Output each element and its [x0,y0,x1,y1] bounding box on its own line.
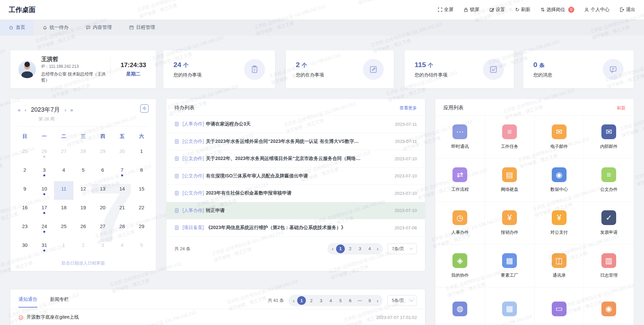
today-icon[interactable]: 今 [140,104,149,113]
app-item[interactable]: ◉数据中心 [535,159,584,202]
todo-item[interactable]: [项目备案]《2023年局信息系统运行维护（第2包：基础办公系统技术服务）》20… [166,219,425,237]
calendar-day[interactable]: 28 [112,219,132,237]
calendar-day[interactable]: 29 [93,144,112,162]
calendar-day[interactable]: 24 [35,219,54,237]
app-item[interactable]: ▤网络硬盘 [485,159,535,202]
tab-notices[interactable]: 通知通告 [18,296,37,308]
app-item[interactable]: ◍ [435,287,485,325]
app-item[interactable]: ≡工作任务 [485,116,535,159]
next-page-button[interactable]: › [375,246,380,252]
app-item[interactable]: ◫通讯录 [535,245,584,287]
calendar-day[interactable]: 17 [35,200,54,219]
refresh-button[interactable]: ↻ 刷新 [515,7,531,13]
app-item[interactable]: ¥对公支付 [535,202,584,245]
calendar-day[interactable]: 1 [132,144,151,162]
tab-unified-todo[interactable]: 统一待办 [34,19,77,36]
calendar-day[interactable]: 31 [35,237,54,256]
page-button[interactable]: 4 [365,245,374,253]
calendar-day[interactable]: 26 [35,144,54,162]
stat-card-done[interactable]: 115 个 您的办结件事项 [405,50,514,88]
calendar-day[interactable]: 2 [15,162,35,181]
app-item[interactable]: ≡公文办件 [584,159,634,202]
todo-page-size-select[interactable]: 7条/页 [387,243,417,254]
calendar-day[interactable]: 16 [15,200,35,219]
app-item[interactable]: ▦ [485,287,535,325]
app-item[interactable]: ◉ [584,287,634,325]
tab-content-mgmt[interactable]: 内容管理 [77,19,120,36]
calendar-day[interactable]: 12 [73,181,93,200]
app-item[interactable]: ✉电子邮件 [535,116,584,159]
app-item[interactable]: ◷人事办件 [435,202,485,245]
calendar-day[interactable]: 10 [35,181,54,200]
app-item[interactable]: ⇄工作流程 [435,159,485,202]
calendar-day[interactable]: 9 [15,181,35,200]
stat-card-inprogress[interactable]: 2 个 您的在办事项 [286,50,394,88]
calendar-day[interactable]: 3 [93,237,112,256]
page-button[interactable]: 1 [336,245,345,253]
notice-page-size-select[interactable]: 5条/页 [387,295,417,306]
calendar-day[interactable]: 5 [132,237,151,256]
calendar-day[interactable]: 4 [112,237,132,256]
todo-item[interactable]: [公文办件]有生深境ISO三体系年审人员配合及牌匾借出申请2023-07-10 [166,168,425,185]
todo-item[interactable]: [人事办件]转正申请2023-07-10 [166,202,425,220]
calendar-day[interactable]: 14 [112,181,132,200]
calendar-day[interactable]: 27 [93,219,112,237]
page-button[interactable]: 1 [297,296,306,305]
calendar-day[interactable]: 6 [93,162,112,181]
calendar-day[interactable]: 7 [112,162,132,181]
calendar-day[interactable]: 2 [73,237,93,256]
calendar-day[interactable]: 20 [93,200,112,219]
prev-year-button[interactable]: « [18,107,20,112]
tab-news[interactable]: 新闻专栏 [50,296,69,308]
todo-item[interactable]: [公文办件]关于2023年水务运维外采合同“2023年水务局统一认证 有生博大V… [166,133,425,151]
select-post-button[interactable]: ⇅ 选择岗位 0 [540,7,574,13]
app-item[interactable]: ◈我的协作 [435,245,485,287]
page-button[interactable]: 5 [336,296,345,305]
page-button[interactable]: 4 [326,296,335,305]
calendar-day[interactable]: 23 [15,219,35,237]
calendar-day[interactable]: 27 [54,144,73,162]
calendar-day[interactable]: 25 [54,219,73,237]
app-item[interactable]: ▦要素工厂 [485,245,535,287]
calendar-day[interactable]: 26 [73,219,93,237]
page-button[interactable]: 2 [346,245,355,253]
app-item[interactable]: ▥日志管理 [584,245,634,287]
calendar-day[interactable]: 30 [15,237,35,256]
calendar-day[interactable]: 11 [54,181,73,200]
calendar-day[interactable]: 19 [73,200,93,219]
calendar-day[interactable]: 22 [132,200,151,219]
apps-refresh-link[interactable]: 刷新 [617,105,626,111]
lock-screen-button[interactable]: 锁屏 [464,7,479,13]
todo-item[interactable]: [公文办件]关于2022年、2023年水务局运维项目外采“北京市政务云服务合同（… [166,150,425,168]
view-more-link[interactable]: 查看更多 [399,105,417,111]
calendar-day[interactable]: 8 [132,162,151,181]
stat-card-todo[interactable]: 24 个 您的待办事项 [163,50,275,88]
app-item[interactable]: ¥报销办件 [485,202,535,245]
calendar-day[interactable]: 5 [73,162,93,181]
notice-item[interactable]: 开源数字底座在gitee上线 2023-07-07 17:01:02 [10,309,425,325]
page-button[interactable]: 6 [346,296,355,305]
app-item[interactable]: ▭ [535,287,584,325]
prev-page-button[interactable]: ‹ [291,298,296,304]
calendar-day[interactable]: 15 [132,181,151,200]
next-year-button[interactable]: » [70,107,73,112]
calendar-day[interactable]: 4 [54,162,73,181]
calendar-day[interactable]: 28 [73,144,93,162]
logout-button[interactable]: 退出 [620,7,635,13]
next-page-button[interactable]: › [375,298,380,304]
app-item[interactable]: ⋯即时通讯 [435,116,485,159]
app-item[interactable]: ✉内部邮件 [584,116,634,159]
prev-page-button[interactable]: ‹ [330,246,335,252]
personal-center-button[interactable]: 个人中心 [584,7,609,13]
calendar-day[interactable]: 25 [15,144,35,162]
app-item[interactable]: ✓发票申请 [584,202,634,245]
avatar[interactable] [18,61,36,78]
prev-month-button[interactable]: ‹ [24,107,26,112]
calendar-day[interactable]: 18 [54,200,73,219]
tab-schedule-mgmt[interactable]: 日程管理 [120,19,164,36]
page-button[interactable]: 2 [307,296,316,305]
todo-item[interactable]: [公文办件]2023年有生社保公积金基数申报审核申请2023-07-10 [166,185,425,202]
calendar-day[interactable]: 21 [112,200,132,219]
calendar-day[interactable]: 30 [112,144,132,162]
page-button[interactable]: 3 [356,245,364,253]
